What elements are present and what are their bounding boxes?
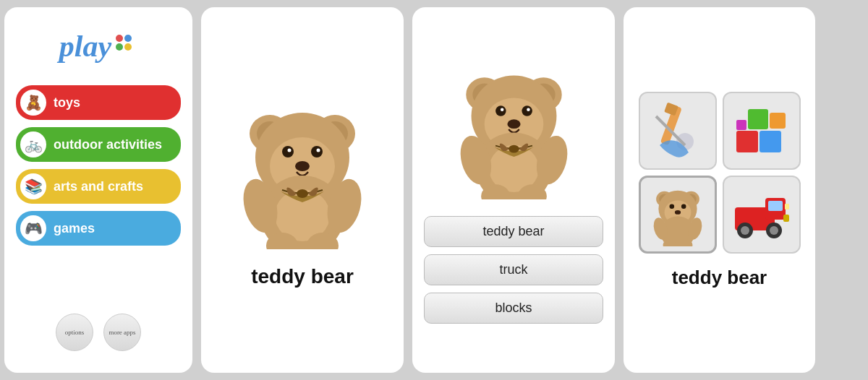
menu-panel: play 🧸 toys 🚲 outdoor activities 📚 arts …: [4, 7, 192, 373]
quiz-option-1[interactable]: truck: [424, 254, 603, 285]
svg-point-63: [741, 226, 749, 235]
more-apps-button[interactable]: more apps: [103, 314, 141, 351]
svg-point-53: [674, 210, 680, 215]
grid-images: [639, 92, 801, 254]
svg-rect-67: [785, 204, 789, 210]
options-label: options: [65, 329, 85, 337]
toys-label: toys: [54, 95, 80, 111]
app-title: play: [59, 29, 111, 64]
svg-point-51: [669, 204, 674, 209]
quiz-option-0[interactable]: teddy bear: [424, 216, 603, 247]
toys-button[interactable]: 🧸 toys: [16, 85, 181, 120]
tools-svg: [645, 98, 710, 163]
options-button[interactable]: options: [56, 314, 93, 351]
svg-point-17: [297, 189, 308, 198]
svg-rect-41: [760, 131, 781, 152]
arts-icon: 📚: [20, 173, 46, 199]
puzzle-dot-yellow: [124, 43, 132, 51]
svg-point-26: [500, 108, 503, 111]
svg-rect-42: [748, 109, 768, 129]
grid-cell-teddy[interactable]: [639, 176, 717, 254]
games-icon: 🎮: [20, 215, 46, 241]
arts-button[interactable]: 📚 arts and crafts: [16, 169, 181, 204]
flashcard-image[interactable]: [226, 92, 378, 251]
games-label: games: [54, 221, 95, 236]
flashcard-panel: teddy bear: [201, 7, 404, 373]
svg-rect-44: [736, 120, 746, 130]
svg-point-25: [522, 105, 532, 116]
grid-selected-label: teddy bear: [672, 267, 767, 289]
svg-point-27: [527, 108, 530, 111]
svg-point-8: [288, 148, 292, 152]
games-button[interactable]: 🎮 games: [16, 211, 181, 246]
svg-point-10: [295, 161, 310, 171]
quiz-options: teddy bear truck blocks: [424, 216, 603, 324]
quiz-teddy-svg: [447, 59, 581, 199]
flashcard-label: teddy bear: [251, 265, 354, 288]
arts-label: arts and crafts: [54, 179, 143, 194]
svg-point-65: [770, 226, 778, 235]
outdoor-button[interactable]: 🚲 outdoor activities: [16, 127, 181, 162]
svg-point-6: [282, 146, 294, 157]
svg-rect-61: [768, 201, 783, 211]
grid-cell-truck[interactable]: [723, 176, 801, 254]
toys-icon: 🧸: [20, 90, 46, 116]
svg-point-24: [495, 105, 506, 116]
quiz-image[interactable]: [441, 57, 586, 202]
blocks-svg: [729, 98, 794, 163]
puzzle-dot-blue: [124, 35, 132, 42]
outdoor-label: outdoor activities: [54, 137, 162, 152]
truck-svg: [729, 182, 794, 247]
quiz-option-2[interactable]: blocks: [424, 293, 603, 324]
menu-buttons: 🧸 toys 🚲 outdoor activities 📚 arts and c…: [16, 85, 181, 246]
svg-point-7: [311, 146, 323, 157]
svg-point-35: [509, 145, 519, 153]
quiz-panel: teddy bear truck blocks: [412, 7, 615, 373]
svg-rect-66: [783, 215, 789, 222]
puzzle-dot-red: [116, 35, 123, 42]
svg-rect-40: [736, 131, 758, 152]
more-apps-label: more apps: [109, 329, 135, 337]
svg-point-28: [507, 119, 520, 129]
app-logo: play: [59, 29, 137, 64]
grid-cell-blocks[interactable]: [723, 92, 801, 170]
puzzle-dot-green: [116, 43, 123, 51]
grid-teddy-svg: [646, 183, 710, 246]
svg-point-52: [681, 204, 686, 209]
bottom-buttons: options more apps: [56, 314, 141, 358]
teddy-svg: [230, 94, 375, 249]
svg-point-9: [317, 148, 320, 152]
outdoor-icon: 🚲: [20, 131, 46, 157]
grid-panel: teddy bear: [624, 7, 815, 373]
svg-rect-43: [770, 113, 786, 129]
grid-cell-tools[interactable]: [639, 92, 717, 170]
puzzle-decoration: [116, 35, 137, 51]
